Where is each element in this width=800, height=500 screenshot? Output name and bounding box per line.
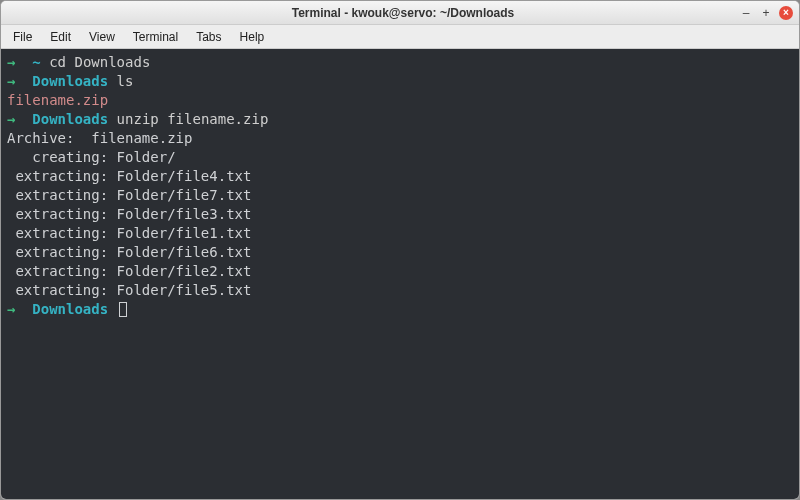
terminal-line: → Downloads — [7, 300, 793, 319]
maximize-button[interactable]: + — [759, 6, 773, 20]
prompt-cwd: Downloads — [32, 301, 108, 317]
terminal-line: extracting: Folder/file7.txt — [7, 186, 793, 205]
menu-view[interactable]: View — [81, 28, 123, 46]
terminal-line: extracting: Folder/file5.txt — [7, 281, 793, 300]
terminal-viewport[interactable]: → ~ cd Downloads→ Downloads lsfilename.z… — [1, 49, 799, 499]
close-button[interactable]: × — [779, 6, 793, 20]
terminal-line: extracting: Folder/file2.txt — [7, 262, 793, 281]
terminal-line: creating: Folder/ — [7, 148, 793, 167]
menu-help[interactable]: Help — [232, 28, 273, 46]
terminal-window: Terminal - kwouk@servo: ~/Downloads – + … — [0, 0, 800, 500]
menu-file[interactable]: File — [5, 28, 40, 46]
terminal-line: extracting: Folder/file4.txt — [7, 167, 793, 186]
prompt-cwd: ~ — [32, 54, 40, 70]
terminal-line: extracting: Folder/file6.txt — [7, 243, 793, 262]
terminal-line: Archive: filename.zip — [7, 129, 793, 148]
output-text: extracting: Folder/file3.txt — [7, 206, 251, 222]
window-title: Terminal - kwouk@servo: ~/Downloads — [67, 6, 739, 20]
terminal-line: extracting: Folder/file3.txt — [7, 205, 793, 224]
menu-tabs[interactable]: Tabs — [188, 28, 229, 46]
terminal-line: extracting: Folder/file1.txt — [7, 224, 793, 243]
menu-terminal[interactable]: Terminal — [125, 28, 186, 46]
output-text: Archive: filename.zip — [7, 130, 192, 146]
titlebar: Terminal - kwouk@servo: ~/Downloads – + … — [1, 1, 799, 25]
prompt-cwd: Downloads — [32, 111, 108, 127]
minimize-button[interactable]: – — [739, 6, 753, 20]
terminal-line: → Downloads ls — [7, 72, 793, 91]
output-text: extracting: Folder/file4.txt — [7, 168, 251, 184]
prompt-arrow-icon: → — [7, 301, 15, 317]
output-filename: filename.zip — [7, 92, 108, 108]
prompt-arrow-icon: → — [7, 111, 15, 127]
output-text: extracting: Folder/file1.txt — [7, 225, 251, 241]
output-text: extracting: Folder/file5.txt — [7, 282, 251, 298]
output-text: extracting: Folder/file7.txt — [7, 187, 251, 203]
window-controls: – + × — [739, 6, 793, 20]
output-text: extracting: Folder/file6.txt — [7, 244, 251, 260]
prompt-arrow-icon: → — [7, 54, 15, 70]
terminal-line: → ~ cd Downloads — [7, 53, 793, 72]
menubar: File Edit View Terminal Tabs Help — [1, 25, 799, 49]
terminal-line: → Downloads unzip filename.zip — [7, 110, 793, 129]
prompt-command: unzip filename.zip — [117, 111, 269, 127]
terminal-line: filename.zip — [7, 91, 793, 110]
output-text: extracting: Folder/file2.txt — [7, 263, 251, 279]
prompt-cwd: Downloads — [32, 73, 108, 89]
menu-edit[interactable]: Edit — [42, 28, 79, 46]
prompt-command: cd Downloads — [49, 54, 150, 70]
cursor-icon — [119, 302, 127, 317]
output-text: creating: Folder/ — [7, 149, 176, 165]
prompt-command: ls — [117, 73, 134, 89]
prompt-arrow-icon: → — [7, 73, 15, 89]
